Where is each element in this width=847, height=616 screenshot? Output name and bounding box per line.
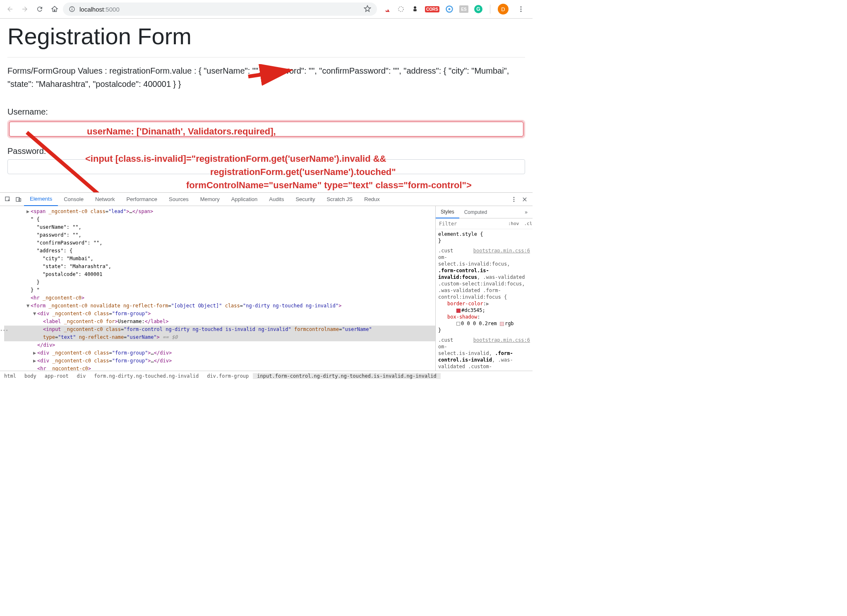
devtools-body: ▶<span _ngcontent-c0 class="lead">…</spa… [0, 206, 533, 371]
tab-network[interactable]: Network [89, 193, 121, 206]
extension-icon[interactable] [397, 5, 405, 13]
tab-sources[interactable]: Sources [163, 193, 194, 206]
tab-memory[interactable]: Memory [194, 193, 226, 206]
crumb-item[interactable]: div [73, 373, 90, 379]
svg-point-7 [449, 8, 451, 10]
home-button[interactable] [48, 2, 61, 16]
separator [490, 5, 490, 14]
svg-rect-5 [413, 9, 417, 11]
devtools-tabs: Elements Console Network Performance Sou… [0, 193, 533, 206]
password-label: Password: [7, 146, 525, 156]
extensions-area: CORS ES G D [379, 2, 529, 16]
divider [7, 57, 525, 58]
cors-extension-badge[interactable]: CORS [425, 6, 439, 12]
grammarly-icon[interactable]: G [474, 5, 482, 13]
styles-tabs: Styles Computed » [436, 206, 533, 218]
tab-security[interactable]: Security [290, 193, 321, 206]
svg-point-17 [513, 199, 515, 200]
crumb-item[interactable]: app-root [41, 373, 73, 379]
crumb-item[interactable]: html [0, 373, 20, 379]
selected-dom-node[interactable]: <input _ngcontent-c0 class="form-control… [4, 326, 435, 333]
tab-console[interactable]: Console [58, 193, 89, 206]
back-button[interactable] [3, 2, 17, 16]
tab-scratch-js[interactable]: Scratch JS [321, 193, 358, 206]
tab-application[interactable]: Application [226, 193, 264, 206]
svg-point-4 [414, 6, 416, 9]
page-title: Registration Form [7, 23, 525, 50]
profile-avatar[interactable]: D [498, 4, 509, 14]
styles-filter-input[interactable] [436, 221, 506, 227]
address-bar[interactable]: localhost:5000 [63, 2, 377, 16]
tab-elements[interactable]: Elements [24, 193, 58, 206]
annotation-text: formControlName="userName" type="text" c… [186, 180, 472, 191]
svg-point-9 [521, 9, 522, 10]
tab-styles[interactable]: Styles [436, 206, 459, 218]
svg-point-10 [521, 11, 522, 12]
dom-breadcrumb[interactable]: html body app-root div form.ng-dirty.ng-… [0, 371, 533, 381]
tab-performance[interactable]: Performance [121, 193, 163, 206]
extension-icon[interactable] [383, 5, 391, 13]
es-extension-badge[interactable]: ES [459, 5, 468, 13]
tab-audits[interactable]: Audits [263, 193, 290, 206]
svg-rect-1 [72, 9, 72, 11]
styles-rules[interactable]: element.style { } .cust bootstrap.min.cs… [436, 229, 533, 371]
cls-toggle[interactable]: .cls [522, 221, 533, 226]
svg-point-8 [521, 6, 522, 7]
forward-button[interactable] [18, 2, 31, 16]
hov-toggle[interactable]: :hov [506, 221, 522, 226]
username-input-wrapper [7, 120, 525, 138]
svg-point-3 [398, 7, 403, 12]
styles-sidebar: Styles Computed » :hov .cls ＋ ⋮ element.… [435, 206, 533, 371]
crumb-item[interactable]: form.ng-dirty.ng-touched.ng-invalid [90, 373, 203, 379]
inspect-element-icon[interactable] [2, 196, 13, 203]
svg-rect-2 [72, 7, 72, 8]
crumb-item[interactable]: body [20, 373, 41, 379]
devtools-close-icon[interactable] [519, 196, 530, 203]
crumb-item-selected[interactable]: input.form-control.ng-dirty.ng-touched.i… [253, 373, 440, 379]
devtools-panel: Elements Console Network Performance Sou… [0, 192, 533, 381]
tab-computed[interactable]: Computed [459, 206, 492, 218]
extension-icon[interactable] [445, 5, 453, 13]
tab-redux[interactable]: Redux [358, 193, 386, 206]
page-content: Registration Form Forms/FormGroup Values… [0, 19, 533, 192]
device-toolbar-icon[interactable] [13, 196, 24, 203]
devtools-menu-icon[interactable] [509, 196, 519, 203]
chrome-menu-button[interactable] [514, 2, 528, 16]
extension-icon[interactable] [411, 5, 419, 13]
bookmark-star-icon[interactable] [364, 5, 371, 14]
password-input[interactable] [7, 159, 525, 174]
elements-tree[interactable]: ▶<span _ngcontent-c0 class="lead">…</spa… [0, 206, 435, 371]
styles-filter-row: :hov .cls ＋ ⋮ [436, 218, 533, 229]
svg-point-16 [513, 197, 515, 198]
form-values-text: Forms/FormGroup Values : registrationFor… [7, 64, 525, 91]
username-input[interactable] [9, 122, 523, 137]
url-text: localhost:5000 [79, 6, 120, 13]
browser-toolbar: localhost:5000 CORS ES G D [0, 0, 533, 19]
svg-point-18 [513, 201, 515, 202]
username-label: Username: [7, 107, 525, 117]
styles-more-icon[interactable]: » [520, 206, 533, 218]
site-info-icon[interactable] [69, 6, 75, 12]
reload-button[interactable] [33, 2, 46, 16]
crumb-item[interactable]: div.form-group [203, 373, 253, 379]
